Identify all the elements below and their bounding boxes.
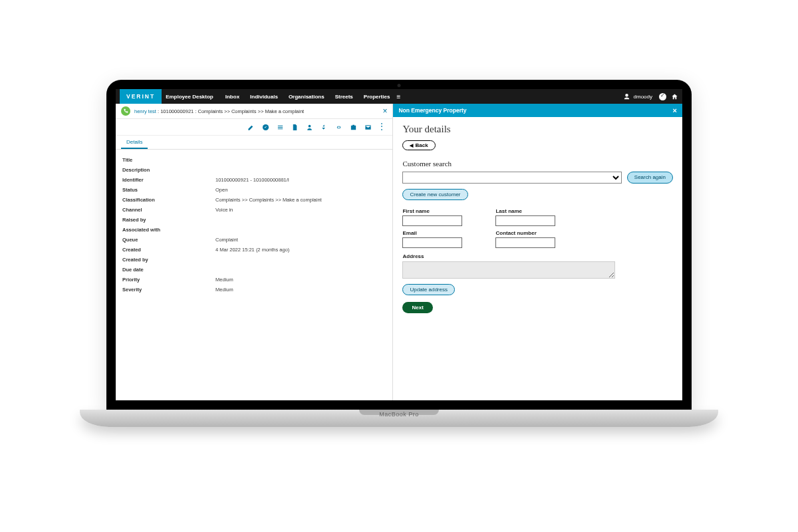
label-status: Status [122,187,215,193]
nav-streets[interactable]: Streets [335,94,353,100]
form-header: Non Emergency Property × [393,104,682,117]
label-due-date: Due date [122,267,215,273]
label-identifier: Identifier [122,177,215,183]
search-again-button[interactable]: Search again [627,172,673,184]
contact-number-input[interactable] [495,237,555,248]
more-icon[interactable]: ⋮ [378,122,386,132]
label-associated-with: Associated with [122,227,215,233]
first-name-input[interactable] [402,215,462,226]
value-classification: Complaints >> Complaints >> Make a compl… [215,197,322,203]
check-circle-icon[interactable] [659,93,666,100]
value-priority: Medium [215,277,233,283]
document-icon[interactable] [290,122,299,132]
mail-icon[interactable] [363,122,372,132]
back-button[interactable]: Back [402,140,435,150]
value-queue: Complaint [215,237,238,243]
home-icon[interactable] [670,92,678,100]
customer-search-select[interactable] [402,172,621,184]
first-name-label: First name [402,208,462,214]
label-queue: Queue [122,237,215,243]
label-created-by: Created by [122,257,215,263]
address-label: Address [402,253,673,259]
label-priority: Priority [122,277,215,283]
nav-inbox[interactable]: Inbox [225,94,239,100]
last-name-label: Last name [495,208,555,214]
label-severity: Severity [122,287,215,293]
list-icon[interactable] [275,122,285,132]
camera-dot [398,84,401,87]
nav-organisations[interactable]: Organisations [289,94,325,100]
create-new-customer-button[interactable]: Create new customer [402,189,467,200]
label-description: Description [122,167,215,173]
confirm-icon[interactable] [261,122,270,132]
case-breadcrumb[interactable]: henry test : 101000000921 : Complaints >… [134,108,304,114]
close-panel-icon[interactable]: × [382,106,387,116]
label-created: Created [122,247,215,253]
app-name: Employee Desktop [166,94,213,100]
section-heading: Your details [402,124,673,135]
user-icon [623,92,631,100]
username: dmoody [634,94,652,100]
last-name-input[interactable] [495,215,555,226]
nav-properties[interactable]: Properties [364,94,390,100]
value-severity: Medium [215,287,233,293]
case-toolbar: ⋮ [116,119,392,136]
brand-logo[interactable]: VERINT [120,89,162,104]
update-address-button[interactable]: Update address [402,284,454,295]
value-identifier: 101000000921 - 101000000881/I [215,177,289,183]
case-customer-name: henry test [134,108,156,114]
case-header: henry test : 101000000921 : Complaints >… [116,104,392,119]
value-channel: Voice in [215,207,233,213]
screen-bezel: VERINT Employee Desktop Inbox Individual… [106,80,692,410]
edit-icon[interactable] [246,122,255,132]
phone-icon [121,106,130,116]
case-panel: henry test : 101000000921 : Complaints >… [116,104,393,400]
label-raised-by: Raised by [122,217,215,223]
link-icon[interactable] [334,122,343,132]
briefcase-icon[interactable] [348,122,358,132]
branch-icon[interactable] [319,122,329,132]
label-title: Title [122,157,215,163]
value-status: Open [215,187,227,193]
case-path: : 101000000921 : Complaints >> Complaint… [156,108,304,114]
user-menu[interactable]: dmoody [623,92,652,100]
topbar: VERINT Employee Desktop Inbox Individual… [116,89,682,104]
label-classification: Classification [122,197,215,203]
your-details-form: Your details Back Customer search Search… [393,117,682,320]
case-tabs: Details [116,136,392,150]
form-title: Non Emergency Property [398,107,466,114]
value-created: 4 Mar 2022 15:21 (2 months ago) [215,247,289,253]
content-split: henry test : 101000000921 : Complaints >… [116,104,682,400]
email-label: Email [402,230,462,236]
laptop-label: MacBook Pro [80,411,718,418]
form-panel: Non Emergency Property × Your details Ba… [393,104,682,400]
tab-details[interactable]: Details [121,136,148,149]
nav-overflow-icon[interactable]: ≡ [396,93,400,100]
user-outline-icon[interactable] [305,122,314,132]
close-form-icon[interactable]: × [673,106,677,114]
contact-number-label: Contact number [495,230,555,236]
app-screen: VERINT Employee Desktop Inbox Individual… [116,89,682,400]
laptop-mockup: VERINT Employee Desktop Inbox Individual… [106,80,692,452]
details-section: Title Description Identifier101000000921… [116,150,392,300]
nav-individuals[interactable]: Individuals [250,94,278,100]
primary-nav: Inbox Individuals Organisations Streets … [225,94,390,100]
laptop-base: MacBook Pro [80,410,718,427]
label-channel: Channel [122,207,215,213]
customer-search-label: Customer search [402,160,673,168]
address-textarea[interactable] [402,261,615,279]
next-button[interactable]: Next [402,302,432,313]
email-input[interactable] [402,237,462,248]
